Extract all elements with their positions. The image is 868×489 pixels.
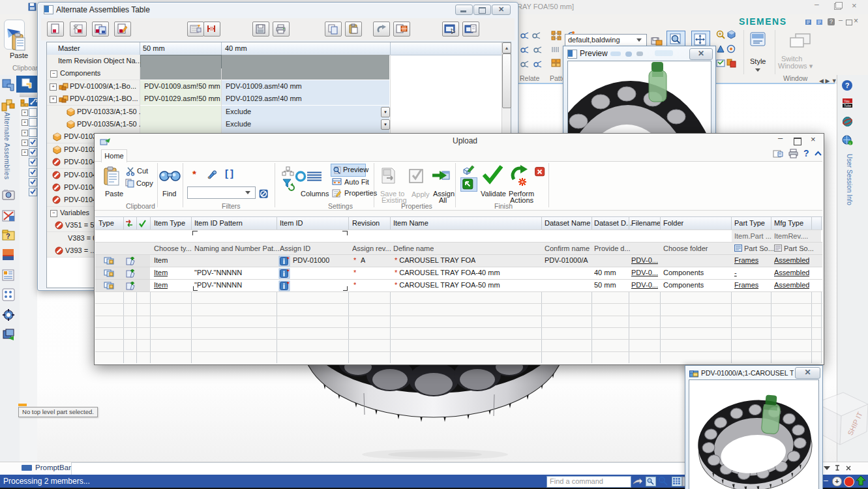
svg-text:i: i xyxy=(850,141,850,145)
svg-text:*: * xyxy=(287,268,290,274)
svg-text:*: * xyxy=(287,280,290,287)
svg-text:*: * xyxy=(287,256,290,262)
svg-text:?: ? xyxy=(661,478,663,482)
svg-text:?: ? xyxy=(6,232,10,240)
svg-text:Tube: Tube xyxy=(844,104,851,108)
svg-text:You: You xyxy=(844,99,850,103)
